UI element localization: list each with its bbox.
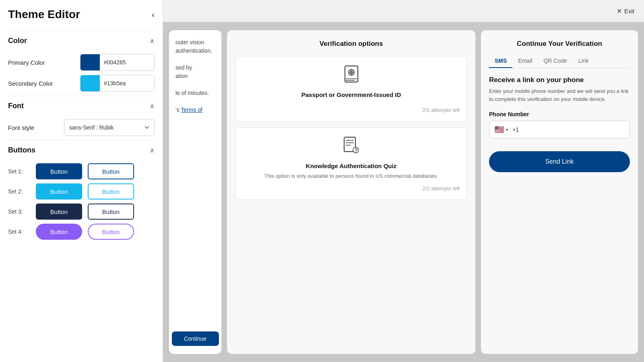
phone-number-label: Phone Number	[489, 111, 630, 117]
primary-color-label: Primary Color	[8, 59, 45, 66]
button-set-2-outline[interactable]: Button	[88, 183, 134, 200]
button-set-4-label: Set 4:	[8, 228, 30, 235]
quiz-icon: ?	[342, 136, 361, 158]
quiz-attempts: 2/2 attempts left	[423, 185, 460, 191]
button-set-3-outline[interactable]: Button	[88, 204, 134, 220]
tab-link[interactable]: Link	[573, 54, 594, 68]
dropdown-arrow[interactable]: ▾	[506, 127, 508, 132]
exit-button[interactable]: ✕ Exit	[617, 7, 634, 15]
exit-label: Exit	[624, 8, 634, 14]
card-left-text: outer vision authentication. sed by atio…	[175, 38, 215, 114]
button-set-2-label: Set 2:	[8, 188, 30, 195]
font-section-header[interactable]: Font ∧	[8, 96, 155, 115]
font-section-chevron: ∧	[150, 102, 155, 110]
passport-option-title: Passport or Government-Issued ID	[301, 91, 401, 98]
quiz-option-desc: This option is only available to persons…	[264, 173, 438, 180]
primary-color-hex-input[interactable]	[100, 54, 148, 70]
quiz-option-card[interactable]: ? Knowledge Authentication Quiz This opt…	[235, 127, 467, 200]
font-style-select[interactable]: sans-Serif : Rubik serif : Georgia monos…	[64, 119, 155, 136]
terms-of-link[interactable]: Terms of	[181, 107, 202, 113]
verification-options-title: Verification options	[235, 40, 467, 48]
close-icon: ✕	[617, 7, 622, 15]
font-style-label: Font style	[8, 124, 34, 131]
country-code: +1	[512, 126, 519, 133]
sidebar-collapse-button[interactable]: ‹	[152, 10, 155, 19]
passport-option-card[interactable]: Passport or Government-Issued ID 2/2 att…	[235, 56, 467, 121]
secondary-color-swatch[interactable]	[80, 75, 100, 91]
continue-button[interactable]: Continue	[172, 331, 219, 346]
buttons-section-title: Buttons	[8, 146, 35, 154]
tab-email[interactable]: Email	[512, 54, 538, 68]
buttons-section-header[interactable]: Buttons ∧	[8, 140, 155, 159]
font-style-row: Font style sans-Serif : Rubik serif : Ge…	[8, 119, 155, 136]
buttons-grid: Set 1: Button Button Set 2: Button Butto…	[8, 163, 155, 240]
verification-tabs: SMS Email QR Code Link	[489, 54, 630, 68]
color-section-chevron: ∧	[150, 37, 155, 45]
secondary-color-row: Secondary Color	[8, 75, 155, 92]
quiz-option-title: Knowledge Authentication Quiz	[306, 162, 396, 169]
main-content: outer vision authentication. sed by atio…	[163, 22, 644, 362]
primary-color-swatch[interactable]	[80, 54, 100, 70]
button-set-3-row: Set 3: Button Button	[8, 204, 155, 220]
color-section-header[interactable]: Color ∧	[8, 31, 155, 50]
button-set-3-filled[interactable]: Button	[36, 204, 82, 220]
button-set-1-filled[interactable]: Button	[36, 163, 82, 179]
primary-color-input-group	[80, 54, 155, 71]
sms-heading: Receive a link on your phone	[489, 76, 630, 84]
passport-icon	[342, 64, 361, 87]
color-section-title: Color	[8, 37, 27, 45]
svg-text:?: ?	[355, 148, 357, 153]
theme-editor-title-row: Theme Editor ‹	[8, 8, 155, 21]
passport-attempts: 2/2 attempts left	[423, 107, 460, 113]
buttons-section-chevron: ∧	[150, 146, 155, 154]
theme-editor-title: Theme Editor	[8, 8, 80, 21]
font-section-title: Font	[8, 102, 24, 110]
button-set-4-outline[interactable]: Button	[88, 224, 134, 240]
primary-color-row: Primary Color	[8, 54, 155, 71]
button-set-3-label: Set 3:	[8, 208, 30, 215]
button-set-4-filled[interactable]: Button	[36, 224, 82, 240]
theme-sidebar: Theme Editor ‹ Color ∧ Primary Color Sec…	[0, 0, 163, 362]
continue-verification-title: Continue Your Verification	[489, 40, 630, 48]
card-left-action: Continue	[169, 331, 221, 346]
button-set-1-row: Set 1: Button Button	[8, 163, 155, 179]
button-set-2-row: Set 2: Button Button	[8, 183, 155, 200]
phone-input-row: 🇺🇸 ▾ +1	[489, 121, 630, 138]
button-set-4-row: Set 4: Button Button	[8, 224, 155, 240]
card-right: Continue Your Verification SMS Email QR …	[481, 30, 638, 354]
country-flag: 🇺🇸	[494, 125, 504, 134]
card-middle: Verification options Passport or Governm…	[227, 30, 475, 354]
card-left: outer vision authentication. sed by atio…	[169, 30, 221, 354]
button-set-1-label: Set 1:	[8, 168, 30, 175]
tab-qr-code[interactable]: QR Code	[538, 54, 572, 68]
button-set-1-outline[interactable]: Button	[88, 163, 134, 179]
secondary-color-label: Secondary Color	[8, 80, 53, 87]
sms-description: Enter your mobile phone number and we wi…	[489, 87, 630, 103]
secondary-color-hex-input[interactable]	[100, 75, 148, 91]
send-link-button[interactable]: Send Link	[489, 151, 630, 172]
secondary-color-input-group	[80, 75, 155, 92]
tab-sms[interactable]: SMS	[489, 54, 512, 68]
button-set-2-filled[interactable]: Button	[36, 183, 82, 200]
